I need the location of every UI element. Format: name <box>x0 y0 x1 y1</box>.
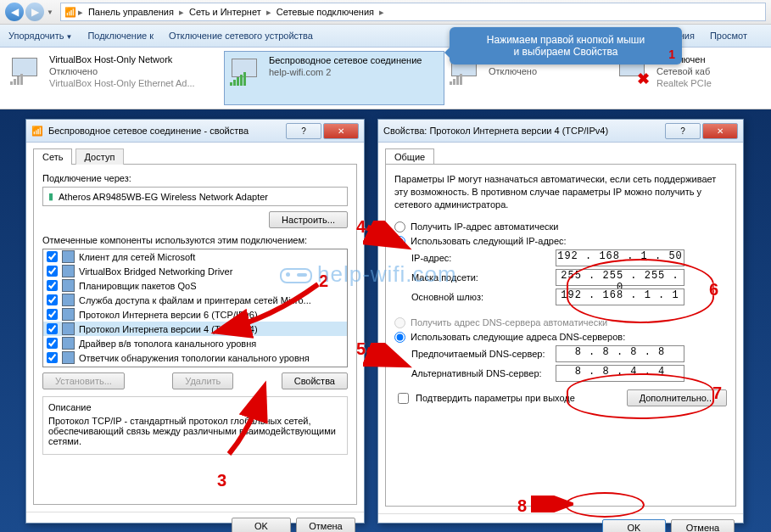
component-row-tcpipv4[interactable]: Протокол Интернета версии 4 (TCP/IPv4) <box>43 322 347 336</box>
connect-via-label: Подключение через: <box>42 173 348 183</box>
component-row[interactable]: Драйвер в/в тополога канального уровня <box>43 336 347 350</box>
tab-access[interactable]: Доступ <box>75 148 125 165</box>
component-row[interactable]: Протокол Интернета версии 6 (TCP/IPv6) <box>43 307 347 322</box>
cancel-button[interactable]: Отмена <box>296 518 355 532</box>
breadcrumb-seg[interactable]: Панель управления <box>85 7 177 17</box>
uninstall-button[interactable]: Удалить <box>172 372 233 389</box>
connection-properties-dialog: 📶 Беспроводное сетевое соединение - свой… <box>25 119 365 524</box>
tab-network[interactable]: Сеть <box>33 148 72 165</box>
cancel-button[interactable]: Отмена <box>671 519 735 532</box>
anno-number-3: 3 <box>217 471 226 490</box>
ip-auto-label: Получить IP-адрес автоматически <box>411 221 558 232</box>
dns2-input[interactable]: 8 . 8 . 4 . 4 <box>556 365 684 382</box>
component-checkbox[interactable] <box>47 294 58 305</box>
menu-disable[interactable]: Отключение сетевого устройства <box>169 31 313 41</box>
tab-general[interactable]: Общие <box>385 148 434 165</box>
component-checkbox[interactable] <box>47 309 58 320</box>
components-label: Отмеченные компоненты используются этим … <box>42 235 348 245</box>
properties-button[interactable]: Свойства <box>282 372 348 389</box>
ok-button[interactable]: OK <box>602 519 666 532</box>
anno-number-8: 8 <box>517 496 527 516</box>
component-icon <box>62 294 75 306</box>
menu-organize[interactable]: Упорядочить▼ <box>8 31 72 41</box>
breadcrumb-arrow: ▸ <box>76 7 85 18</box>
breadcrumb[interactable]: 📶 ▸ Панель управления ▸ Сеть и Интернет … <box>60 3 766 21</box>
description-box: Описание Протокол TCP/IP - стандартный п… <box>42 396 348 455</box>
dns-manual-radio[interactable] <box>394 332 405 343</box>
component-row[interactable]: VirtualBox Bridged Networking Driver <box>43 264 347 278</box>
component-icon <box>62 265 75 277</box>
titlebar: Свойства: Протокол Интернета версии 4 (T… <box>378 120 743 143</box>
help-button[interactable]: ? <box>286 123 321 139</box>
intro-text: Параметры IP могут назначаться автоматич… <box>394 173 727 211</box>
gateway-label: Основной шлюз: <box>411 292 556 302</box>
help-button[interactable]: ? <box>665 123 701 139</box>
component-row[interactable]: Планировщик пакетов QoS <box>43 278 347 293</box>
dns1-input[interactable]: 8 . 8 . 8 . 8 <box>556 345 684 362</box>
anno-number-5: 5 <box>356 339 366 359</box>
component-checkbox[interactable] <box>47 280 58 291</box>
component-icon <box>62 322 75 335</box>
ip-auto-radio[interactable] <box>394 221 405 232</box>
close-button[interactable]: ✕ <box>702 123 738 139</box>
anno-number-7: 7 <box>712 384 722 403</box>
anno-number-1: 1 <box>668 48 675 61</box>
menu-rename[interactable]: Просмот <box>710 31 747 41</box>
component-checkbox[interactable] <box>47 266 58 277</box>
breadcrumb-seg[interactable]: Сеть и Интернет <box>186 7 265 17</box>
component-checkbox[interactable] <box>47 323 58 334</box>
anno-number-6: 6 <box>709 280 718 300</box>
component-icon <box>62 308 75 321</box>
adapter-icon: ▮ <box>48 191 53 202</box>
confirm-checkbox[interactable] <box>398 393 409 404</box>
network-icon: 📶 <box>31 126 43 137</box>
breadcrumb-seg[interactable]: Сетевые подключения <box>273 7 377 17</box>
subnet-mask-input[interactable]: 255 . 255 . 255 . 0 <box>556 269 684 286</box>
nav-back-button[interactable]: ◀ <box>5 3 24 21</box>
adapter-name-box: ▮ Atheros AR9485WB-EG Wireless Network A… <box>42 187 348 206</box>
dialog-title: Беспроводное сетевое соединение - свойст… <box>48 126 284 136</box>
component-icon <box>62 279 75 292</box>
dns-auto-radio <box>394 317 405 328</box>
subnet-mask-label: Маска подсети: <box>411 272 556 283</box>
nav-forward-button[interactable]: ▶ <box>25 3 44 21</box>
component-checkbox[interactable] <box>47 251 58 262</box>
component-row[interactable]: Клиент для сетей Microsoft <box>43 249 347 264</box>
folder-icon: 📶 <box>64 7 76 18</box>
dns-auto-label: Получить адрес DNS-сервера автоматически <box>411 317 607 328</box>
gateway-input[interactable]: 192 . 168 . 1 . 1 <box>556 288 684 305</box>
connection-item[interactable]: VirtualBox Host-Only Network Отключено V… <box>5 51 224 105</box>
connection-item-selected[interactable]: Беспроводное сетевое соединение help-wif… <box>224 51 444 105</box>
dns1-label: Предпочитаемый DNS-сервер: <box>411 349 556 359</box>
anno-number-2: 2 <box>319 272 328 291</box>
component-icon <box>62 337 75 350</box>
dns2-label: Альтернативный DNS-сервер: <box>411 368 556 378</box>
breadcrumb-arrow: ▸ <box>377 7 386 18</box>
component-checkbox[interactable] <box>47 352 58 363</box>
wifi-adapter-icon <box>228 55 264 91</box>
breadcrumb-arrow: ▸ <box>177 7 186 18</box>
ip-manual-radio[interactable] <box>394 236 405 247</box>
ip-manual-label: Использовать следующий IP-адрес: <box>411 236 567 246</box>
component-row[interactable]: Служба доступа к файлам и принтерам сете… <box>43 293 347 307</box>
breadcrumb-arrow: ▸ <box>265 7 273 18</box>
ok-button[interactable]: OK <box>232 518 291 532</box>
tooltip-hint: Нажимаем правой кнопкой мыши и выбираем … <box>450 27 682 64</box>
nav-history-drop[interactable]: ▼ <box>47 8 53 16</box>
components-list[interactable]: Клиент для сетей Microsoft VirtualBox Br… <box>42 249 348 367</box>
component-icon <box>62 250 75 263</box>
close-button[interactable]: ✕ <box>323 123 359 139</box>
anno-number-4: 4 <box>356 217 366 237</box>
configure-button[interactable]: Настроить... <box>269 211 348 228</box>
install-button[interactable]: Установить... <box>42 372 125 389</box>
component-row[interactable]: Ответчик обнаружения топологии канальног… <box>43 350 347 365</box>
dialog-title: Свойства: Протокол Интернета версии 4 (T… <box>383 126 663 136</box>
component-checkbox[interactable] <box>47 338 58 349</box>
ip-address-input[interactable]: 192 . 168 . 1 . 50 <box>556 249 684 266</box>
titlebar: 📶 Беспроводное сетевое соединение - свой… <box>26 120 364 143</box>
address-bar: ◀ ▶ ▼ 📶 ▸ Панель управления ▸ Сеть и Инт… <box>0 0 771 25</box>
menu-connect[interactable]: Подключение к <box>87 31 154 41</box>
confirm-label: Подтвердить параметры при выходе <box>416 393 575 403</box>
dns-manual-label: Использовать следующие адреса DNS-сервер… <box>411 332 625 342</box>
network-adapter-icon <box>8 54 44 90</box>
